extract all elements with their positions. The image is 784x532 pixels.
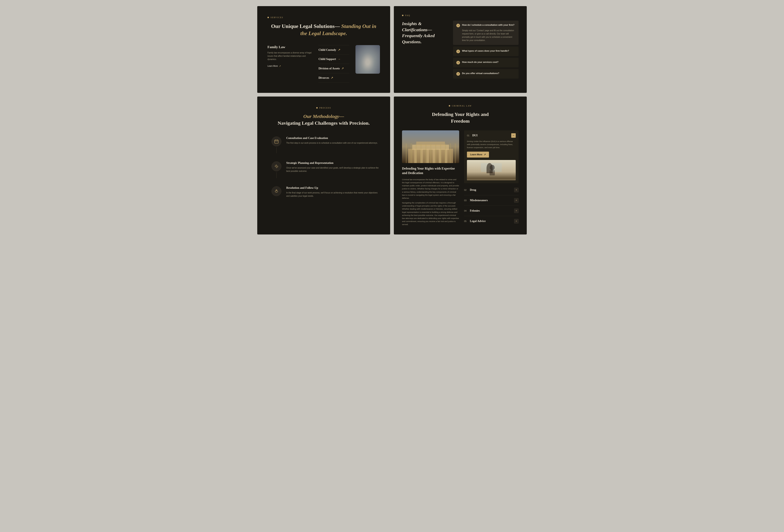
svg-rect-16 (414, 149, 417, 163)
services-links: Child Custody ↗ Child Support → Division… (318, 45, 349, 83)
step-icon-col-2 (272, 186, 281, 196)
faq-layout: Insights & Clarifications— Frequently As… (402, 21, 519, 80)
process-step-1: Strategic Planning and Representation On… (272, 161, 380, 186)
service-arrow-3: ↗ (331, 76, 333, 80)
case-left-misdemeanors: 03 Misdemeanors (464, 199, 488, 202)
faq-icon-2: ? (456, 61, 460, 64)
family-law-image (356, 45, 380, 74)
process-steps: Consultation and Case Evaluation The fir… (268, 137, 380, 198)
case-left-legal-advice: 05 Legal Advice (464, 219, 486, 223)
faq-question-0: ? How do I schedule a consultation with … (456, 24, 515, 27)
family-law-learn-more[interactable]: Learn More ↗ (268, 65, 281, 67)
process-step-2: Resolution and Follow-Up In the final st… (272, 186, 380, 198)
svg-line-9 (275, 165, 276, 165)
step-content-0: Consultation and Case Evaluation The fir… (286, 137, 378, 145)
criminal-content: Defending Your Rights with Expertise and… (402, 130, 519, 226)
criminal-panel: CRIMINAL LAW Defending Your Rights and F… (394, 96, 527, 234)
criminal-left: Defending Your Rights with Expertise and… (402, 130, 459, 226)
criminal-title: Defending Your Rights and Freedom (402, 111, 519, 124)
family-law-block: Family Law Family law encompasses a dive… (268, 45, 312, 67)
dui-learn-arrow: ↗ (484, 153, 486, 156)
process-step-0: Consultation and Case Evaluation The fir… (272, 137, 380, 161)
faq-question-2: ? How much do your services cost? (456, 61, 515, 64)
drug-expand-button[interactable]: + (514, 188, 519, 192)
courthouse-image (402, 130, 459, 163)
svg-rect-22 (467, 161, 516, 179)
faq-item-2[interactable]: ? How much do your services cost? (453, 58, 519, 67)
svg-rect-15 (416, 142, 445, 146)
svg-rect-12 (402, 130, 459, 163)
dui-info: 01 DUI (467, 134, 478, 137)
faq-icon-3: ? (456, 72, 460, 76)
criminal-desc-2: Navigating the complexities of criminal … (402, 201, 459, 226)
misdemeanors-expand-button[interactable]: + (514, 198, 519, 203)
services-tag: SERVICES (268, 16, 380, 19)
faq-item-3[interactable]: ? Do you offer virtual consultations? (453, 69, 519, 79)
service-item-child-custody[interactable]: Child Custody ↗ (318, 45, 349, 55)
criminal-tag-dot (449, 105, 450, 107)
step-line-0 (276, 147, 277, 153)
step-content-2: Resolution and Follow-Up In the final st… (286, 186, 380, 198)
case-item-legal-advice[interactable]: 05 Legal Advice + (464, 216, 519, 226)
svg-rect-0 (275, 140, 278, 143)
svg-rect-17 (420, 149, 423, 163)
step-content-1: Strategic Planning and Representation On… (286, 161, 380, 173)
family-law-desc: Family law encompasses a diverse array o… (268, 51, 312, 61)
faq-icon-1: ? (456, 50, 460, 53)
case-item-drug[interactable]: 02 Drug + (464, 185, 519, 195)
step-icon-col-1 (272, 161, 281, 178)
svg-rect-19 (432, 149, 435, 163)
step-icon-2 (272, 186, 281, 196)
criminal-desc-1: Criminal law encompasses the body of law… (402, 178, 459, 200)
car-image (467, 160, 516, 180)
services-content: Family Law Family law encompasses a dive… (268, 45, 380, 83)
dui-active-item: 01 DUI − Driving Under the Influence (DU… (464, 130, 519, 183)
criminal-left-heading: Defending Your Rights with Expertise and… (402, 166, 459, 176)
service-item-division[interactable]: Division of Assets ↗ (318, 64, 349, 73)
step-icon-col-0 (272, 137, 281, 153)
svg-point-11 (276, 189, 277, 190)
faq-answer-0: Simply visit our 'Contact' page and fill… (462, 29, 515, 42)
family-law-heading: Family Law (268, 45, 312, 49)
svg-rect-13 (408, 149, 453, 163)
step-icon-0 (272, 137, 281, 146)
faq-questions: ? How do I schedule a consultation with … (453, 21, 519, 80)
tag-dot (268, 17, 269, 18)
dui-description: Driving Under the Influence (DUI) is a s… (467, 140, 516, 149)
faq-question-1: ? What types of cases does your firm han… (456, 49, 515, 53)
svg-line-10 (277, 167, 278, 168)
process-panel: PROCESS Our Methodology— Navigating Lega… (257, 96, 390, 234)
faq-item-0[interactable]: ? How do I schedule a consultation with … (453, 21, 519, 45)
case-item-misdemeanors[interactable]: 03 Misdemeanors + (464, 195, 519, 206)
svg-rect-18 (426, 149, 429, 163)
criminal-right: 01 DUI − Driving Under the Influence (DU… (464, 130, 519, 226)
service-arrow-2: ↗ (341, 67, 344, 70)
service-item-divorces[interactable]: Divorces ↗ (318, 73, 349, 83)
step-icon-1 (272, 161, 281, 171)
services-title: Our Unique Legal Solutions— Standing Out… (268, 23, 380, 37)
process-title: Our Methodology— Navigating Legal Challe… (268, 113, 380, 126)
svg-rect-20 (439, 149, 441, 163)
criminal-tag: CRIMINAL LAW (402, 105, 519, 107)
learn-more-arrow: ↗ (279, 65, 281, 67)
case-item-felonies[interactable]: 04 Felonies + (464, 206, 519, 216)
felonies-expand-button[interactable]: + (514, 209, 519, 213)
legal-advice-expand-button[interactable]: + (514, 219, 519, 224)
svg-rect-14 (412, 145, 449, 150)
dui-header: 01 DUI − (467, 133, 516, 138)
dui-collapse-button[interactable]: − (511, 133, 516, 138)
services-panel: SERVICES Our Unique Legal Solutions— Sta… (257, 6, 390, 93)
process-tag-dot (316, 107, 318, 109)
faq-heading: Insights & Clarifications— Frequently As… (402, 21, 447, 80)
case-left-drug: 02 Drug (464, 188, 476, 191)
case-left-felonies: 04 Felonies (464, 209, 480, 212)
faq-panel: FAQ Insights & Clarifications— Frequentl… (394, 6, 527, 93)
dui-learn-more-button[interactable]: Learn More ↗ (467, 152, 489, 157)
svg-point-4 (276, 166, 277, 167)
service-item-child-support[interactable]: Child Support → (318, 55, 349, 64)
service-arrow-1: → (338, 58, 340, 61)
faq-question-3: ? Do you offer virtual consultations? (456, 72, 515, 76)
process-tag: PROCESS (268, 107, 380, 109)
service-arrow-0: ↗ (338, 48, 340, 52)
faq-item-1[interactable]: ? What types of cases does your firm han… (453, 47, 519, 56)
